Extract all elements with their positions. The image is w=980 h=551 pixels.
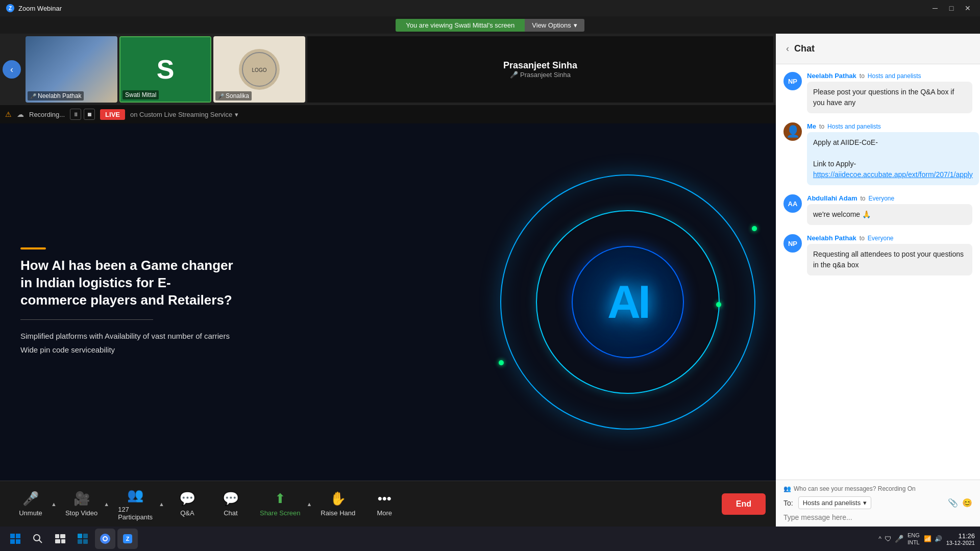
msg-bubble-4: Requesting all attendees to post your qu… — [807, 244, 972, 276]
sonalika-logo: LOGO — [239, 49, 280, 90]
end-button[interactable]: End — [722, 493, 766, 515]
chrome-button[interactable] — [95, 529, 115, 549]
participants-button[interactable]: 👥 127 Participants — [112, 483, 159, 525]
msg-to-1: to — [860, 72, 865, 80]
chat-header-left: ‹ Chat — [786, 43, 815, 54]
chat-header: ‹ Chat — [776, 34, 980, 64]
share-screen-group: ⬆ Share Screen ▲ — [254, 487, 312, 521]
tray-chevron[interactable]: ^ — [878, 535, 881, 542]
privacy-icon: 👥 — [783, 485, 791, 492]
qa-icon: 💬 — [179, 491, 195, 507]
thumbnail-name-neelabh: 🎤 Neelabh Pathak — [28, 91, 84, 101]
slide-bullets: Simplified platforms with Availability o… — [20, 329, 235, 357]
taskbar-right: ^ 🛡 🎤 ENG INTL 📶 🔊 11:26 13-12-2021 — [878, 532, 975, 546]
thumbnail-swati[interactable]: S Swati Mittal — [119, 36, 211, 103]
svg-line-7 — [39, 540, 42, 543]
avatar-np-1: NP — [783, 72, 802, 90]
more-icon: ••• — [378, 491, 391, 507]
thumbnails-bar: ‹ 🎤 Neelabh Pathak S Swati Mittal — [0, 34, 776, 105]
slide-accent — [20, 247, 46, 249]
chat-recipient-select[interactable]: Hosts and panelists ▾ — [798, 496, 871, 509]
stop-recording-button[interactable]: ⏹ — [84, 109, 95, 120]
msg-recipient-2: Hosts and panelists — [827, 123, 881, 130]
notification-bar: You are viewing Swati Mittal's screen Vi… — [0, 16, 980, 34]
warning-icon: ⚠ — [5, 110, 12, 118]
emoji-icon[interactable]: 😊 — [962, 498, 972, 508]
chat-privacy: 👥 Who can see your messages? Recording O… — [783, 485, 972, 492]
msg-to-4: to — [860, 235, 865, 242]
msg-sender-4: Neelabh Pathak — [807, 234, 856, 242]
cloud-icon: ☁ — [17, 110, 24, 118]
clock-date: 13-12-2021 — [946, 540, 975, 546]
lang-text: ENG INTL — [908, 532, 920, 546]
svg-text:Z: Z — [126, 536, 130, 542]
chat-icon: 💬 — [223, 491, 239, 507]
thumbnail-name-swati: Swati Mittal — [122, 90, 159, 99]
mute-icon-prasanjeet: 🎤 — [510, 71, 518, 79]
msg-bubble-1: Please post your questions in the Q&A bo… — [807, 82, 972, 113]
minimize-button[interactable]: ─ — [929, 2, 941, 14]
svg-rect-11 — [61, 539, 65, 543]
pause-recording-button[interactable]: ⏸ — [70, 109, 81, 120]
thumbnail-sonalika[interactable]: LOGO 🎤 Sonalika — [213, 36, 305, 103]
start-button[interactable] — [5, 529, 26, 549]
more-button[interactable]: ••• More — [364, 487, 405, 521]
maximize-button[interactable]: □ — [945, 2, 958, 14]
ai-inner-circle: AI — [572, 246, 684, 358]
chat-input[interactable] — [783, 513, 972, 521]
chat-to-label: To: — [783, 499, 793, 507]
svg-rect-9 — [60, 534, 65, 538]
mic-icon: 🎤 — [895, 535, 903, 543]
svg-rect-14 — [78, 539, 82, 544]
chat-button[interactable]: 💬 Chat — [210, 487, 251, 521]
msg-recipient-1: Hosts and panelists — [868, 72, 921, 80]
msg-to-2: to — [819, 123, 824, 130]
stop-video-button[interactable]: 🎥 Stop Video — [59, 487, 104, 521]
chat-message-1: NP Neelabh Pathak to Hosts and panelists… — [783, 72, 972, 113]
msg-body-2: Me to Hosts and panelists Apply at AIIDE… — [807, 122, 979, 185]
toolbar-left-group: 🎤 Unmute ▲ 🎥 Stop Video ▲ 👥 — [10, 483, 405, 525]
msg-recipient-3: Everyone — [868, 195, 894, 202]
chat-input-row — [783, 513, 972, 521]
close-button[interactable]: ✕ — [962, 2, 974, 14]
share-screen-button[interactable]: ⬆ Share Screen — [254, 487, 307, 521]
task-view-button[interactable] — [50, 529, 70, 549]
stream-dropdown-icon: ▾ — [235, 111, 238, 118]
lang-indicator: ENG INTL — [908, 532, 920, 546]
participants-chevron[interactable]: ▲ — [159, 501, 164, 507]
thumbnail-neelabh[interactable]: 🎤 Neelabh Pathak — [26, 36, 117, 103]
raise-hand-button[interactable]: ✋ Raise Hand — [314, 487, 361, 521]
qa-button[interactable]: 💬 Q&A — [167, 487, 208, 521]
antivirus-icon: 🛡 — [885, 535, 892, 543]
avatar-aa: AA — [783, 194, 802, 213]
system-clock: 11:26 13-12-2021 — [946, 532, 975, 546]
share-screen-icon: ⬆ — [275, 491, 286, 507]
unmute-chevron[interactable]: ▲ — [51, 501, 57, 507]
search-button[interactable] — [28, 529, 48, 549]
chat-panel: ‹ Chat NP Neelabh Pathak to Hosts and pa… — [776, 34, 980, 527]
zoom-button[interactable]: Z — [117, 529, 138, 549]
widgets-button[interactable] — [72, 529, 93, 549]
thumbnail-prasanjeet[interactable]: Prasanjeet Sinha 🎤 Prasanjeet Sinha — [307, 36, 773, 103]
share-screen-chevron[interactable]: ▲ — [306, 501, 312, 507]
collapse-button[interactable]: ‹ — [786, 43, 789, 54]
unmute-button[interactable]: 🎤 Unmute — [10, 487, 51, 521]
app-title: Zoom Webinar — [18, 5, 62, 12]
video-chevron[interactable]: ▲ — [104, 501, 109, 507]
view-options-button[interactable]: View Options ▾ — [525, 19, 584, 32]
video-icon: 🎥 — [74, 491, 90, 507]
svg-rect-5 — [16, 539, 20, 544]
attachment-icon[interactable]: 📎 — [948, 498, 958, 508]
msg-body-4: Neelabh Pathak to Everyone Requesting al… — [807, 234, 972, 276]
msg-header-1: Neelabh Pathak to Hosts and panelists — [807, 72, 972, 80]
dot-2 — [499, 360, 504, 365]
slide-title: How AI has been a Game changer in Indian… — [20, 257, 235, 309]
window-controls: ─ □ ✕ — [929, 2, 974, 14]
msg-recipient-4: Everyone — [868, 235, 894, 242]
svg-rect-12 — [78, 534, 82, 538]
back-button[interactable]: ‹ — [3, 60, 21, 79]
msg-link-2[interactable]: https://aiidecoe.accubate.app/ext/form/2… — [813, 170, 973, 179]
taskbar-apps: Z — [5, 529, 138, 549]
dot-1 — [752, 226, 757, 231]
ai-visual: AI — [500, 174, 755, 430]
